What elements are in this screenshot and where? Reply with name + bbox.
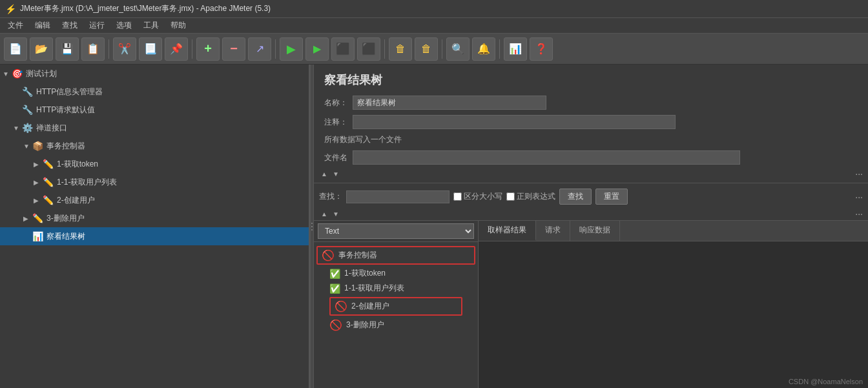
list-button[interactable]: 📊 (504, 37, 527, 61)
icon-req3: ✏️ (32, 213, 43, 223)
menu-options[interactable]: 选项 (111, 19, 137, 32)
tab-content-area (479, 241, 868, 388)
comment-input[interactable] (353, 115, 676, 129)
toolbar-separator-2 (192, 39, 192, 59)
result-item-txc[interactable]: 🚫 事务控制器 (318, 247, 474, 263)
case-sensitive-label[interactable]: 区分大小写 (453, 191, 502, 202)
panel-title: 察看结果树 (314, 65, 868, 93)
label-httpdefault: HTTP请求默认值 (36, 105, 95, 116)
search-toolbar-button[interactable]: 🔍 (446, 37, 470, 61)
text-format-dropdown[interactable]: Text XML HTML JSON (318, 223, 474, 239)
toolbar-separator-4 (384, 39, 385, 59)
warn-button[interactable]: 🔔 (472, 37, 495, 61)
arrow-req1: ▶ (34, 161, 43, 168)
tab-sampler-result[interactable]: 取样器结果 (479, 221, 536, 241)
mini-down-button[interactable]: ▼ (331, 170, 341, 178)
tree-item-req3[interactable]: ▶ ✏️ 3-删除用户 (0, 209, 309, 227)
menu-help[interactable]: 帮助 (165, 19, 191, 32)
tree-item-req2[interactable]: ▶ ✏️ 2-创建用户 (0, 191, 309, 209)
new-button[interactable]: 📄 (4, 37, 27, 61)
result-item-r1[interactable]: ✅ 1-获取token (314, 266, 478, 281)
mini2-down-button[interactable]: ▼ (331, 210, 341, 218)
save-button[interactable]: 💾 (56, 37, 79, 61)
stopall-button[interactable]: ⬛ (357, 37, 380, 61)
result-item-r11[interactable]: ✅ 1-1-获取用户列表 (314, 281, 478, 296)
arrow-req2: ▶ (34, 197, 43, 204)
toolbar-separator-1 (108, 39, 109, 59)
left-tree-panel: ▼ 🎯 测试计划 🔧 HTTP信息头管理器 🔧 HTTP请求默认值 ▼ ⚙️ 禅… (0, 65, 310, 388)
icon-r3-error: 🚫 (329, 319, 342, 331)
icon-r2-error: 🚫 (335, 300, 347, 312)
result-item-txc-wrapper: 🚫 事务控制器 (316, 246, 475, 265)
resizer-dot-1 (311, 223, 313, 224)
menu-find[interactable]: 查找 (57, 19, 83, 32)
tree-item-httpdefault[interactable]: 🔧 HTTP请求默认值 (0, 101, 309, 119)
label-req3: 3-删除用户 (46, 213, 85, 224)
regex-checkbox[interactable] (506, 192, 515, 201)
case-sensitive-checkbox[interactable] (453, 192, 462, 201)
label-resulttree: 察看结果树 (46, 231, 85, 242)
reset-button[interactable]: 重置 (595, 189, 628, 205)
search-row-dots: ··· (855, 192, 863, 202)
remove-button[interactable]: − (222, 37, 245, 61)
tab-response[interactable]: 响应数据 (570, 221, 620, 241)
title-bar: ⚡ JMeter事务.jmx (D:\A_jmeter_test\JMeter事… (0, 0, 868, 18)
regex-label[interactable]: 正则表达式 (506, 191, 555, 202)
label-req11: 1-1-获取用户列表 (57, 177, 117, 188)
result-item-r2[interactable]: 🚫 2-创建用户 (331, 298, 461, 314)
right-data-panel: 取样器结果 请求 响应数据 (479, 221, 868, 388)
text-dropdown-row: Text XML HTML JSON (314, 221, 478, 242)
paste-button[interactable]: 📌 (165, 37, 188, 61)
tree-item-testplan[interactable]: ▼ 🎯 测试计划 (0, 65, 309, 83)
content-area: Text XML HTML JSON 🚫 事务控制器 (314, 220, 868, 388)
result-item-r3[interactable]: 🚫 3-删除用户 (314, 317, 478, 333)
menu-tools[interactable]: 工具 (138, 19, 164, 32)
clear-button[interactable]: 🗑 (389, 37, 412, 61)
menu-file[interactable]: 文件 (3, 19, 28, 32)
title-text: JMeter事务.jmx (D:\A_jmeter_test\JMeter事务.… (20, 3, 271, 14)
tree-item-resulttree[interactable]: 📊 察看结果树 (0, 227, 309, 245)
clearall-button[interactable]: 🗑 (415, 37, 438, 61)
add-button[interactable]: + (196, 37, 220, 61)
arrow-testplan: ▼ (3, 70, 12, 77)
label-result-r2: 2-创建用户 (351, 301, 389, 312)
tree-item-txcontroller[interactable]: ▼ 📦 事务控制器 (0, 137, 309, 155)
mini-up-button[interactable]: ▲ (319, 170, 329, 178)
start-button[interactable]: ▶ (280, 37, 303, 61)
saveas-button[interactable]: 📋 (81, 37, 105, 61)
startnopauses-button[interactable]: ▶ (305, 37, 329, 61)
open-button[interactable]: 📂 (30, 37, 53, 61)
copy-button[interactable]: 📃 (139, 37, 162, 61)
expand-button[interactable]: ↗ (248, 37, 271, 61)
menu-run[interactable]: 运行 (84, 19, 110, 32)
resizer-dot-3 (311, 229, 313, 230)
filename-input[interactable] (353, 150, 740, 165)
divider-1 (314, 183, 868, 183)
tab-request[interactable]: 请求 (536, 221, 570, 241)
name-label: 名称： (324, 97, 347, 108)
find-button[interactable]: 查找 (559, 189, 592, 205)
help-button[interactable]: ❓ (530, 37, 553, 61)
case-sensitive-text: 区分大小写 (464, 191, 502, 202)
label-result-r11: 1-1-获取用户列表 (344, 283, 404, 294)
tree-item-httpheader[interactable]: 🔧 HTTP信息头管理器 (0, 83, 309, 101)
menu-edit[interactable]: 编辑 (30, 19, 56, 32)
watermark: CSDN @NoamaNelson (789, 378, 863, 385)
search-row: 查找： 区分大小写 正则表达式 查找 重置 ··· (314, 186, 868, 207)
toolbar: 📄 📂 💾 📋 ✂️ 📃 📌 + − ↗ ▶ ▶ ⬛ ⬛ 🗑 🗑 🔍 🔔 📊 ❓ (0, 34, 868, 65)
icon-httpdefault: 🔧 (22, 105, 33, 115)
name-input[interactable] (353, 96, 546, 110)
tree-item-channel[interactable]: ▼ ⚙️ 禅道接口 (0, 119, 309, 137)
right-panel: 察看结果树 名称： 注释： 所有数据写入一个文件 文件名 ▲ ▼ ··· (314, 65, 868, 388)
comment-label: 注释： (324, 117, 347, 128)
stop-button[interactable]: ⬛ (331, 37, 355, 61)
search-input[interactable] (346, 190, 450, 203)
cut-button[interactable]: ✂️ (113, 37, 136, 61)
tree-item-req1[interactable]: ▶ ✏️ 1-获取token (0, 155, 309, 173)
arrow-txcontroller: ▼ (23, 143, 32, 150)
icon-req2: ✏️ (43, 195, 54, 205)
label-result-r3: 3-删除用户 (346, 320, 384, 331)
filename-row: 文件名 (314, 148, 868, 167)
tree-item-req11[interactable]: ▶ ✏️ 1-1-获取用户列表 (0, 173, 309, 191)
mini2-up-button[interactable]: ▲ (319, 210, 329, 218)
